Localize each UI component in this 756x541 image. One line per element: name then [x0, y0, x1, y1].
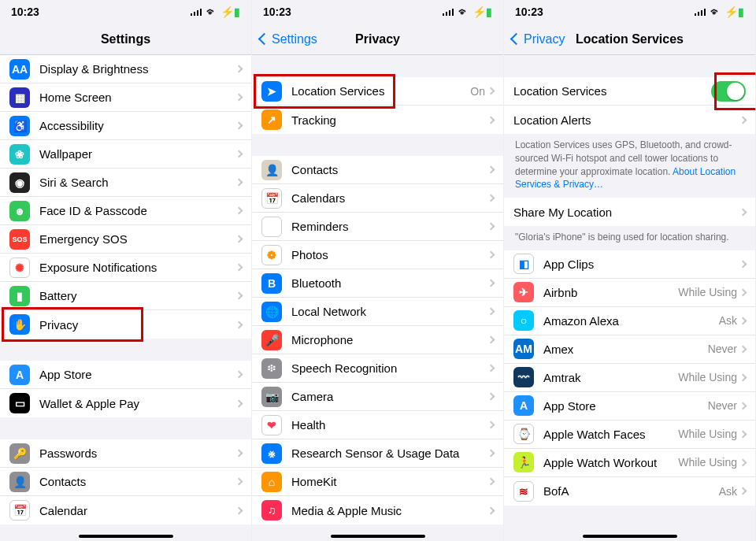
chevron-right-icon: [487, 87, 495, 95]
list-item[interactable]: 🏃Apple Watch WorkoutWhile Using: [504, 449, 755, 477]
chevron-right-icon: [487, 166, 495, 174]
svg-rect-11: [704, 9, 706, 16]
app-icon: ▮: [9, 286, 30, 306]
svg-rect-10: [701, 10, 702, 16]
row-label: Exposure Notifications: [39, 261, 236, 274]
chevron-right-icon: [739, 374, 747, 382]
svg-rect-0: [191, 13, 192, 16]
list-item[interactable]: ❁Photos: [252, 241, 503, 269]
list-item[interactable]: ⌂HomeKit: [252, 468, 503, 496]
app-icon: ✋: [9, 314, 30, 335]
status-bar: 10:23 ᯤ ⚡▮: [252, 0, 503, 24]
row-detail: While Using: [678, 286, 737, 298]
list-item[interactable]: ▮Battery: [0, 282, 251, 310]
chevron-right-icon: [487, 450, 495, 458]
chevron-right-icon: [235, 150, 243, 158]
chevron-right-icon: [487, 308, 495, 316]
row-label: Apple Watch Workout: [543, 456, 678, 469]
list-item[interactable]: ▭Wallet & Apple Pay: [0, 389, 251, 417]
list-item[interactable]: 📷Camera: [252, 383, 503, 411]
list-item[interactable]: AADisplay & Brightness: [0, 55, 251, 83]
location-alerts-row[interactable]: Location Alerts: [504, 106, 755, 134]
list-item[interactable]: ✈AirbnbWhile Using: [504, 279, 755, 307]
share-my-location-row[interactable]: Share My Location: [504, 198, 755, 226]
row-label: Face ID & Passcode: [39, 204, 236, 217]
list-item[interactable]: ❀Wallpaper: [0, 140, 251, 169]
row-label: Camera: [291, 390, 488, 403]
svg-rect-8: [695, 13, 696, 16]
list-item[interactable]: BBluetooth: [252, 269, 503, 298]
chevron-right-icon: [487, 116, 495, 124]
svg-rect-4: [443, 13, 444, 16]
chevron-right-icon: [235, 292, 243, 300]
svg-rect-9: [698, 12, 699, 16]
location-services-toggle[interactable]: [711, 81, 746, 102]
list-item[interactable]: ◧App Clips: [504, 250, 755, 279]
list-item[interactable]: ▦Home Screen: [0, 83, 251, 112]
app-icon: 👤: [9, 472, 30, 492]
list-item[interactable]: ⨳Research Sensor & Usage Data: [252, 439, 503, 468]
list-item[interactable]: ✋Privacy: [0, 310, 251, 339]
row-label: Contacts: [39, 475, 236, 488]
row-label: Airbnb: [543, 286, 678, 299]
list-item[interactable]: SOSEmergency SOS: [0, 225, 251, 254]
chevron-right-icon: [487, 280, 495, 287]
settings-list-1: AADisplay & Brightness▦Home Screen♿Acces…: [0, 55, 251, 339]
row-label: Microphone: [291, 333, 488, 346]
chevron-right-icon: [739, 402, 747, 410]
back-button[interactable]: Privacy: [512, 32, 565, 46]
chevron-right-icon: [739, 346, 747, 354]
wifi-icon: ᯤ: [206, 6, 217, 18]
list-item[interactable]: ✺Exposure Notifications: [0, 254, 251, 282]
status-icons: ᯤ ⚡▮: [695, 6, 744, 18]
list-item[interactable]: ፨Speech Recognition: [252, 354, 503, 383]
list-item[interactable]: ↗Tracking: [252, 106, 503, 134]
app-icon: ▦: [9, 87, 30, 108]
row-label: Wallpaper: [39, 147, 236, 161]
list-item[interactable]: ⋮Reminders: [252, 213, 503, 241]
list-item[interactable]: ➤Location ServicesOn: [252, 77, 503, 106]
app-icon: ◉: [9, 172, 30, 193]
chevron-right-icon: [487, 421, 495, 429]
app-icon: ❤: [261, 415, 282, 435]
list-item[interactable]: 📅Calendars: [252, 184, 503, 213]
chevron-right-icon: [739, 459, 747, 467]
settings-screen: 10:23 ᯤ ⚡▮ Settings AADisplay & Brightne…: [0, 0, 252, 541]
list-item[interactable]: 🎤Microphone: [252, 326, 503, 354]
status-icons: ᯤ ⚡▮: [191, 6, 240, 18]
list-item[interactable]: ○Amazon AlexaAsk: [504, 307, 755, 335]
list-item[interactable]: 👤Contacts: [252, 156, 503, 184]
home-indicator[interactable]: [331, 535, 425, 538]
list-item[interactable]: ≋BofAAsk: [504, 477, 755, 506]
list-item[interactable]: AMAmexNever: [504, 335, 755, 364]
nav-bar: Settings: [0, 24, 251, 55]
battery-icon: ⚡▮: [472, 6, 492, 18]
app-icon: ⌚: [513, 424, 534, 444]
list-item[interactable]: ☻Face ID & Passcode: [0, 197, 251, 225]
home-indicator[interactable]: [583, 535, 677, 538]
list-item[interactable]: ❤Health: [252, 411, 503, 439]
list-item[interactable]: ◉Siri & Search: [0, 169, 251, 197]
list-item[interactable]: AApp StoreNever: [504, 392, 755, 421]
row-label: Calendar: [39, 504, 236, 517]
list-item[interactable]: 📅Calendar: [0, 496, 251, 524]
row-label: Local Network: [291, 305, 488, 318]
location-services-toggle-row[interactable]: Location Services: [504, 77, 755, 106]
home-indicator[interactable]: [79, 535, 173, 538]
wifi-icon: ᯤ: [458, 6, 469, 18]
list-item[interactable]: 🌐Local Network: [252, 298, 503, 326]
chevron-right-icon: [487, 195, 495, 202]
status-icons: ᯤ ⚡▮: [443, 6, 492, 18]
list-item[interactable]: 〰AmtrakWhile Using: [504, 364, 755, 392]
list-item[interactable]: ♿Accessibility: [0, 112, 251, 140]
list-item[interactable]: AApp Store: [0, 361, 251, 389]
app-icon: ⋮: [261, 217, 282, 237]
row-label: App Store: [543, 399, 708, 413]
row-label: App Store: [39, 368, 236, 381]
list-item[interactable]: 👤Contacts: [0, 468, 251, 496]
row-label: Tracking: [291, 113, 488, 127]
list-item[interactable]: 🔑Passwords: [0, 439, 251, 468]
list-item[interactable]: ♫Media & Apple Music: [252, 496, 503, 524]
back-button[interactable]: Settings: [260, 32, 317, 46]
list-item[interactable]: ⌚Apple Watch FacesWhile Using: [504, 421, 755, 449]
